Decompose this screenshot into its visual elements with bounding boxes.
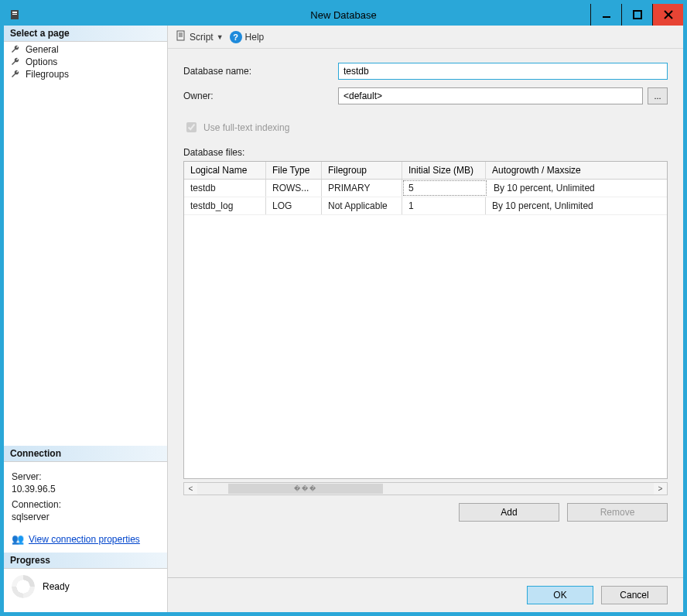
server-value: 10.39.96.5: [12, 484, 159, 495]
database-files-grid[interactable]: Logical Name File Type Filegroup Initial…: [183, 161, 668, 479]
progress-header: Progress: [4, 553, 167, 569]
owner-input[interactable]: [338, 87, 643, 104]
db-name-label: Database name:: [183, 66, 338, 77]
help-label: Help: [245, 32, 265, 43]
ok-button[interactable]: OK: [527, 586, 593, 604]
app-icon: [9, 9, 21, 21]
minimize-button[interactable]: [590, 4, 621, 26]
wrench-icon: [10, 56, 21, 67]
content: Database name: Owner: ... Use full-text …: [168, 49, 683, 577]
database-files-label: Database files:: [183, 147, 668, 158]
dialog-footer: OK Cancel: [168, 577, 683, 612]
help-button[interactable]: ? Help: [230, 31, 265, 43]
connection-header: Connection: [4, 446, 167, 462]
fulltext-checkbox-row: Use full-text indexing: [183, 120, 668, 135]
scroll-track[interactable]: ���: [197, 483, 654, 495]
page-label: Filegroups: [26, 69, 69, 80]
grid-header-row: Logical Name File Type Filegroup Initial…: [184, 162, 667, 180]
page-label: General: [26, 44, 59, 55]
add-button[interactable]: Add: [459, 503, 559, 522]
grid-empty-space: [184, 215, 667, 478]
cancel-button[interactable]: Cancel: [601, 586, 668, 604]
fulltext-label: Use full-text indexing: [203, 122, 289, 133]
col-file-type[interactable]: File Type: [266, 162, 322, 179]
fulltext-checkbox: [186, 122, 197, 132]
col-logical-name[interactable]: Logical Name: [184, 162, 266, 179]
server-label: Server:: [12, 471, 159, 482]
col-initial-size[interactable]: Initial Size (MB): [402, 162, 486, 179]
help-icon: ?: [230, 31, 242, 43]
cell-size[interactable]: 1: [402, 197, 486, 214]
wrench-icon: [10, 44, 21, 55]
remove-button: Remove: [567, 503, 668, 522]
maximize-button[interactable]: [621, 4, 652, 26]
cell-filegroup[interactable]: PRIMARY: [322, 180, 402, 197]
wrench-icon: [10, 69, 21, 80]
connection-value: sqlserver: [12, 512, 159, 522]
col-autogrowth[interactable]: Autogrowth / Maxsize: [486, 162, 667, 179]
cell-logical[interactable]: testdb: [184, 180, 266, 197]
scroll-thumb[interactable]: ���: [228, 484, 383, 494]
progress-status: Ready: [43, 581, 70, 592]
connection-panel: Server: 10.39.96.5 Connection: sqlserver…: [4, 462, 167, 553]
scroll-right-button[interactable]: >: [654, 483, 667, 495]
cell-logical[interactable]: testdb_log: [184, 197, 266, 214]
svg-rect-3: [603, 16, 610, 18]
page-label: Options: [26, 56, 57, 67]
window-frame: New Database Select a page General: [0, 0, 687, 616]
page-options[interactable]: Options: [7, 56, 164, 68]
title-bar: New Database: [4, 4, 683, 26]
cell-autogrowth[interactable]: By 10 percent, Unlimited: [487, 180, 667, 197]
svg-rect-4: [634, 11, 641, 19]
table-row[interactable]: testdb_log LOG Not Applicable 1 By 10 pe…: [184, 197, 667, 215]
scroll-left-button[interactable]: <: [184, 483, 197, 495]
cell-type[interactable]: ROWS...: [266, 180, 322, 197]
page-general[interactable]: General: [7, 43, 164, 56]
script-label: Script: [190, 32, 214, 43]
owner-browse-button[interactable]: ...: [648, 87, 668, 104]
svg-rect-1: [12, 12, 17, 13]
owner-label: Owner:: [183, 91, 338, 101]
cell-autogrowth[interactable]: By 10 percent, Unlimited: [486, 197, 667, 214]
connection-label: Connection:: [12, 499, 159, 510]
chevron-down-icon: ▼: [217, 33, 224, 41]
table-row[interactable]: testdb ROWS... PRIMARY 5 By 10 percent, …: [184, 180, 667, 197]
sidebar: Select a page General Options: [4, 26, 168, 612]
spinner-icon: [12, 575, 35, 598]
cell-size-editing[interactable]: 5: [403, 180, 487, 196]
people-icon: 👥: [12, 533, 24, 545]
progress-panel: Ready: [4, 569, 167, 612]
svg-rect-2: [12, 14, 17, 15]
svg-rect-7: [177, 31, 184, 40]
script-icon: [176, 30, 186, 43]
db-name-input[interactable]: [338, 63, 668, 80]
page-filegroups[interactable]: Filegroups: [7, 68, 164, 80]
close-button[interactable]: [652, 4, 683, 26]
window-controls: [590, 4, 683, 26]
cell-type[interactable]: LOG: [266, 197, 322, 214]
horizontal-scrollbar[interactable]: < ��� >: [183, 482, 668, 495]
toolbar: Script ▼ ? Help: [168, 26, 683, 49]
script-dropdown[interactable]: Script ▼: [176, 30, 224, 43]
window-title: New Database: [310, 9, 376, 21]
page-list: General Options Filegroups: [4, 42, 167, 85]
main-panel: Script ▼ ? Help Database name: Owner: ..…: [168, 26, 683, 612]
cell-filegroup[interactable]: Not Applicable: [322, 197, 402, 214]
view-connection-properties-link[interactable]: View connection properties: [29, 534, 140, 545]
col-filegroup[interactable]: Filegroup: [322, 162, 402, 179]
select-page-header: Select a page: [4, 26, 167, 42]
